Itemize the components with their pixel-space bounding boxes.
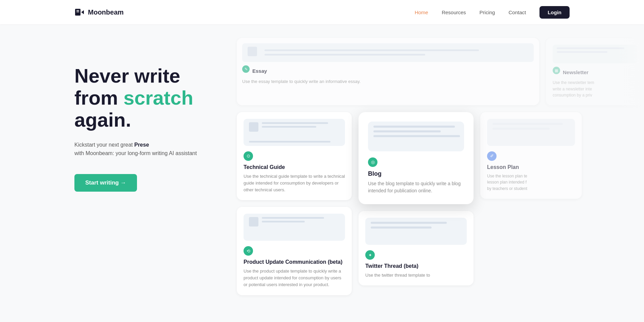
lesson-plan-card[interactable]: ✐ Lesson Plan Use the lesson plan teless… <box>480 112 582 199</box>
newsletter-icon: ▦ <box>553 67 560 74</box>
product-update-icon: ⟲ <box>244 246 253 256</box>
essay-title: Essay <box>252 68 267 74</box>
twitter-preview <box>365 218 467 245</box>
product-update-title: Product Update Communication (beta) <box>244 259 345 265</box>
nav-pricing[interactable]: Pricing <box>480 9 495 15</box>
newsletter-title: Newsletter <box>563 69 589 75</box>
left-col: ⊙ Technical Guide Use the technical guid… <box>237 112 352 295</box>
right-col: ✐ Lesson Plan Use the lesson plan teless… <box>480 112 582 199</box>
hero-section: Never write from scratch again. Kickstar… <box>0 24 216 322</box>
svg-rect-2 <box>76 12 79 12</box>
top-partial-row: ✎ Essay Use the essay template to quickl… <box>237 38 644 105</box>
twitter-thread-card[interactable]: ✦ Twitter Thread (beta) Use the twitter … <box>359 211 474 285</box>
cards-area: ✎ Essay Use the essay template to quickl… <box>216 24 644 322</box>
essay-icon: ✎ <box>242 65 250 73</box>
lesson-plan-desc: Use the lesson plan telesson plan intend… <box>487 173 575 192</box>
start-writing-button[interactable]: Start writing → <box>74 174 137 192</box>
nav-links: Home Resources Pricing Contact Login <box>415 6 570 19</box>
newsletter-desc: Use the newsletter temwrite a newsletter… <box>553 80 637 99</box>
blog-preview <box>368 122 464 151</box>
twitter-icon: ✦ <box>365 250 375 260</box>
lesson-plan-icon: ✐ <box>487 151 497 161</box>
product-update-card[interactable]: ⟲ Product Update Communication (beta) Us… <box>237 207 352 295</box>
nav-contact[interactable]: Contact <box>508 9 526 15</box>
twitter-desc: Use the twitter thread template to <box>365 272 467 279</box>
twitter-title: Twitter Thread (beta) <box>365 263 467 269</box>
hero-title: Never write from scratch again. <box>74 65 216 131</box>
nav-resources[interactable]: Resources <box>442 9 466 15</box>
product-update-preview <box>244 214 345 241</box>
essay-partial-card[interactable]: ✎ Essay Use the essay template to quickl… <box>237 38 539 105</box>
technical-guide-title: Technical Guide <box>244 164 345 170</box>
essay-desc: Use the essay template to quickly write … <box>242 78 534 85</box>
newsletter-partial-card[interactable]: ▦ Newsletter Use the newsletter temwrite… <box>546 38 644 105</box>
blog-icon: ◎ <box>368 157 377 167</box>
technical-guide-preview <box>244 119 345 146</box>
svg-rect-1 <box>76 10 79 11</box>
lesson-plan-title: Lesson Plan <box>487 164 575 170</box>
blog-title: Blog <box>368 170 464 177</box>
technical-guide-card[interactable]: ⊙ Technical Guide Use the technical guid… <box>237 112 352 200</box>
technical-guide-icon: ⊙ <box>244 151 253 161</box>
essay-preview <box>242 43 534 62</box>
hero-subtitle: Kickstart your next great Prese with Moo… <box>74 141 216 158</box>
nav-home[interactable]: Home <box>415 9 428 15</box>
lesson-plan-preview <box>487 119 575 146</box>
blog-desc: Use the blog template to quickly write a… <box>368 180 464 195</box>
login-button[interactable]: Login <box>539 6 570 19</box>
technical-guide-desc: Use the technical guide template to writ… <box>244 173 345 193</box>
mid-col: ◎ Blog Use the blog template to quickly … <box>359 112 474 286</box>
logo[interactable]: Moonbeam <box>74 7 124 18</box>
navigation: Moonbeam Home Resources Pricing Contact … <box>0 0 644 24</box>
product-update-desc: Use the product update template to quick… <box>244 268 345 288</box>
main-cards-row: ⊙ Technical Guide Use the technical guid… <box>237 112 644 295</box>
logo-icon <box>74 7 85 18</box>
page-wrapper: Never write from scratch again. Kickstar… <box>0 0 644 322</box>
blog-card[interactable]: ◎ Blog Use the blog template to quickly … <box>359 112 474 204</box>
